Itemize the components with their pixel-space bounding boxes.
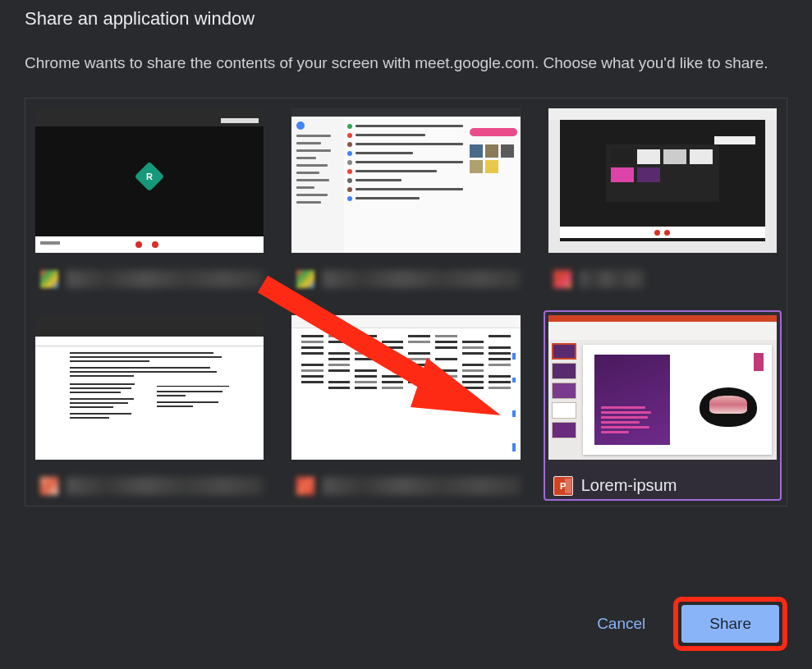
powerpoint-icon: P	[553, 476, 573, 496]
window-thumbnail	[291, 315, 520, 460]
window-label-row	[291, 269, 520, 289]
window-thumbnail	[548, 108, 777, 253]
window-label-blurred	[580, 270, 645, 288]
share-dialog: Share an application window Chrome wants…	[0, 0, 812, 669]
window-option[interactable]	[544, 103, 782, 294]
window-label-row	[548, 269, 777, 289]
app-icon	[296, 477, 314, 495]
window-label-blurred	[67, 477, 264, 495]
app-icon	[40, 477, 58, 495]
window-label-row	[35, 476, 264, 496]
window-label: Lorem-ipsum	[581, 476, 677, 495]
window-option[interactable]	[30, 310, 268, 501]
window-thumbnail	[35, 315, 264, 460]
chrome-icon	[40, 270, 58, 288]
dialog-subtitle: Chrome wants to share the contents of yo…	[25, 53, 787, 75]
window-option[interactable]	[287, 103, 525, 294]
window-label-blurred	[67, 270, 264, 288]
window-option-selected[interactable]: P Lorem-ipsum	[544, 310, 782, 501]
window-label-row	[35, 269, 264, 289]
app-icon	[553, 270, 571, 288]
window-label-row: P Lorem-ipsum	[548, 476, 777, 496]
dialog-title: Share an application window	[25, 0, 787, 30]
chrome-icon	[296, 270, 314, 288]
window-label-blurred	[323, 477, 520, 495]
window-thumbnail	[548, 315, 777, 460]
window-label-blurred	[323, 270, 520, 288]
window-grid-container: R	[25, 98, 787, 506]
window-option[interactable]: R	[30, 103, 268, 294]
cancel-button[interactable]: Cancel	[577, 605, 665, 643]
share-button[interactable]: Share	[681, 605, 779, 643]
window-grid: R	[30, 103, 782, 501]
window-label-row	[291, 476, 520, 496]
window-option[interactable]	[287, 310, 525, 501]
window-thumbnail	[291, 108, 520, 253]
annotation-highlight: Share	[673, 597, 787, 651]
dialog-footer: Cancel Share	[577, 597, 787, 651]
window-thumbnail: R	[35, 108, 264, 253]
